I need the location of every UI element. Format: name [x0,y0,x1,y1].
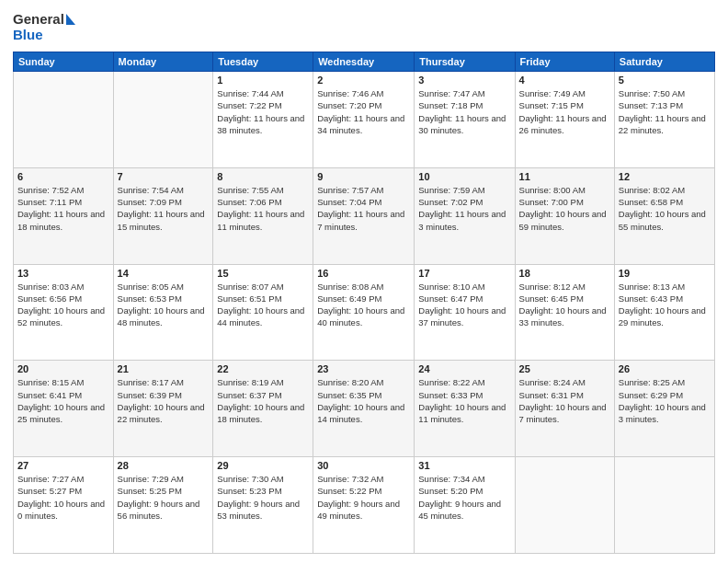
week-row-3: 13Sunrise: 8:03 AMSunset: 6:56 PMDayligh… [14,264,715,361]
day-info-line: Daylight: 10 hours and 14 minutes. [317,401,410,426]
day-info-line: Sunrise: 8:13 AM [619,281,711,293]
weekday-header-row: SundayMondayTuesdayWednesdayThursdayFrid… [14,52,715,72]
day-cell: 8Sunrise: 7:55 AMSunset: 7:06 PMDaylight… [213,167,313,264]
weekday-header-tuesday: Tuesday [213,52,313,72]
weekday-header-saturday: Saturday [614,52,714,72]
page: GeneralBlue SundayMondayTuesdayWednesday… [0,0,728,563]
day-cell: 9Sunrise: 7:57 AMSunset: 7:04 PMDaylight… [313,167,415,264]
day-info-line: Sunset: 6:53 PM [118,293,210,304]
day-info-line: Sunset: 5:27 PM [17,485,109,497]
day-cell: 26Sunrise: 8:25 AMSunset: 6:29 PMDayligh… [614,361,714,457]
day-cell: 22Sunrise: 8:19 AMSunset: 6:37 PMDayligh… [213,361,313,457]
day-cell: 21Sunrise: 8:17 AMSunset: 6:39 PMDayligh… [113,361,213,457]
day-number: 15 [217,268,309,279]
day-info-line: Sunrise: 8:19 AM [217,376,309,388]
day-number: 25 [519,363,610,374]
day-info-line: Sunset: 5:22 PM [317,485,410,497]
day-cell: 27Sunrise: 7:27 AMSunset: 5:27 PMDayligh… [14,457,114,554]
day-cell [113,72,213,168]
day-number: 20 [17,363,109,374]
day-info-line: Daylight: 10 hours and 40 minutes. [317,304,410,329]
day-number: 3 [418,75,510,86]
day-info-line: Sunrise: 8:15 AM [17,376,109,388]
day-info-line: Sunrise: 8:10 AM [418,281,510,293]
day-info-line: Daylight: 11 hours and 18 minutes. [17,208,109,233]
week-row-1: 1Sunrise: 7:44 AMSunset: 7:22 PMDaylight… [14,72,715,168]
day-cell: 28Sunrise: 7:29 AMSunset: 5:25 PMDayligh… [113,457,213,554]
day-info-line: Sunset: 6:37 PM [217,389,309,401]
day-cell [515,457,614,554]
day-info-line: Daylight: 10 hours and 44 minutes. [217,304,309,329]
day-info-line: Sunset: 7:06 PM [217,196,309,208]
day-cell: 29Sunrise: 7:30 AMSunset: 5:23 PMDayligh… [213,457,313,554]
day-info-line: Sunrise: 7:32 AM [317,473,410,485]
day-info-line: Daylight: 9 hours and 56 minutes. [118,498,210,523]
day-cell: 14Sunrise: 8:05 AMSunset: 6:53 PMDayligh… [113,264,213,361]
day-number: 17 [418,268,510,279]
day-info-line: Daylight: 10 hours and 11 minutes. [418,401,510,426]
day-info-line: Sunset: 5:23 PM [217,485,309,497]
day-cell: 16Sunrise: 8:08 AMSunset: 6:49 PMDayligh… [313,264,415,361]
day-cell: 2Sunrise: 7:46 AMSunset: 7:20 PMDaylight… [313,72,415,168]
day-info-line: Daylight: 10 hours and 22 minutes. [118,401,210,426]
day-number: 6 [17,171,109,182]
day-cell [14,72,114,168]
day-info-line: Sunset: 6:45 PM [519,293,610,304]
day-number: 30 [317,460,410,471]
day-cell: 24Sunrise: 8:22 AMSunset: 6:33 PMDayligh… [415,361,515,457]
day-cell: 3Sunrise: 7:47 AMSunset: 7:18 PMDaylight… [415,72,515,168]
day-cell: 30Sunrise: 7:32 AMSunset: 5:22 PMDayligh… [313,457,415,554]
day-info-line: Daylight: 10 hours and 25 minutes. [17,401,109,426]
day-info-line: Sunset: 7:18 PM [418,99,510,111]
day-cell: 20Sunrise: 8:15 AMSunset: 6:41 PMDayligh… [14,361,114,457]
day-cell: 17Sunrise: 8:10 AMSunset: 6:47 PMDayligh… [415,264,515,361]
day-info-line: Daylight: 9 hours and 53 minutes. [217,498,309,523]
day-info-line: Sunrise: 7:49 AM [519,87,610,99]
week-row-5: 27Sunrise: 7:27 AMSunset: 5:27 PMDayligh… [14,457,715,554]
day-number: 29 [217,460,309,471]
day-info-line: Daylight: 10 hours and 7 minutes. [519,401,610,426]
day-cell: 15Sunrise: 8:07 AMSunset: 6:51 PMDayligh… [213,264,313,361]
day-number: 19 [619,268,711,279]
day-info-line: Sunrise: 7:50 AM [619,87,711,99]
day-info-line: Sunset: 7:20 PM [317,99,410,111]
weekday-header-thursday: Thursday [415,52,515,72]
day-number: 22 [217,363,309,374]
svg-marker-2 [66,14,75,25]
day-number: 26 [619,363,711,374]
day-number: 12 [619,171,711,182]
day-number: 2 [317,75,410,86]
day-info-line: Sunrise: 8:20 AM [317,376,410,388]
day-info-line: Sunset: 6:49 PM [317,293,410,304]
day-info-line: Sunset: 6:33 PM [418,389,510,401]
day-info-line: Sunrise: 8:00 AM [519,184,610,196]
day-info-line: Sunset: 6:58 PM [619,196,711,208]
day-cell: 12Sunrise: 8:02 AMSunset: 6:58 PMDayligh… [614,167,714,264]
day-info-line: Sunrise: 8:03 AM [17,281,109,293]
day-info-line: Sunset: 7:22 PM [217,99,309,111]
day-info-line: Sunset: 7:09 PM [118,196,210,208]
day-info-line: Sunset: 7:00 PM [519,196,610,208]
day-info-line: Sunrise: 8:02 AM [619,184,711,196]
day-cell: 10Sunrise: 7:59 AMSunset: 7:02 PMDayligh… [415,167,515,264]
svg-text:Blue: Blue [13,27,43,42]
day-info-line: Daylight: 10 hours and 29 minutes. [619,304,711,329]
day-info-line: Daylight: 10 hours and 33 minutes. [519,304,610,329]
day-number: 14 [118,268,210,279]
weekday-header-friday: Friday [515,52,614,72]
day-info-line: Sunset: 5:20 PM [418,485,510,497]
day-number: 31 [418,460,510,471]
day-number: 1 [217,75,309,86]
day-info-line: Sunset: 7:04 PM [317,196,410,208]
day-info-line: Daylight: 9 hours and 45 minutes. [418,498,510,523]
header: GeneralBlue [13,9,715,46]
day-number: 27 [17,460,109,471]
day-info-line: Sunset: 6:31 PM [519,389,610,401]
day-info-line: Daylight: 11 hours and 34 minutes. [317,112,410,137]
day-info-line: Sunrise: 7:34 AM [418,473,510,485]
day-cell: 11Sunrise: 8:00 AMSunset: 7:00 PMDayligh… [515,167,614,264]
day-number: 4 [519,75,610,86]
day-info-line: Sunset: 6:41 PM [17,389,109,401]
day-number: 16 [317,268,410,279]
day-info-line: Sunset: 7:02 PM [418,196,510,208]
